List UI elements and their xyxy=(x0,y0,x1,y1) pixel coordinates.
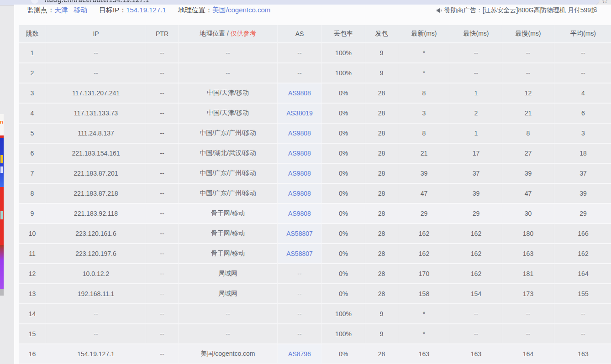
cell-as: -- xyxy=(278,304,322,324)
cell-ip: 111.24.8.137 xyxy=(46,124,146,144)
cell-last: 29 xyxy=(398,204,450,224)
cell-ptr: -- xyxy=(146,304,179,324)
cell-sent: 28 xyxy=(365,264,398,284)
cell-loss: 100% xyxy=(322,63,365,83)
as-link[interactable]: AS9808 xyxy=(288,150,311,157)
cell-best: -- xyxy=(450,43,502,63)
cell-hop: 10 xyxy=(19,224,46,244)
table-row: 7221.183.87.201--中国/广东/广州/移动AS98080%2839… xyxy=(19,164,611,184)
cell-ip: 223.120.161.6 xyxy=(46,224,146,244)
monitor-node-link[interactable]: 天津 xyxy=(54,6,68,14)
cell-geo: -- xyxy=(179,304,278,324)
cell-geo: 中国/天津/移动 xyxy=(179,104,278,124)
cell-ptr: -- xyxy=(146,104,179,124)
cell-loss: 0% xyxy=(322,204,365,224)
cell-as: AS58807 xyxy=(278,224,322,244)
cell-avg: 39 xyxy=(554,184,611,204)
cell-worst: -- xyxy=(502,304,554,324)
cell-loss: 100% xyxy=(322,304,365,324)
table-row: 11223.120.197.6--骨干网/移动AS588070%28162162… xyxy=(19,244,611,264)
cell-ip: 154.19.127.1 xyxy=(46,344,146,364)
cell-ptr: -- xyxy=(146,184,179,204)
sponsor-ad[interactable]: 赞助商广告：[江苏安全云]800G高防物理机 月付599起 xyxy=(436,6,597,15)
cell-ptr: -- xyxy=(146,324,179,344)
cell-loss: 0% xyxy=(322,164,365,184)
trace-table-body: 1--------100%9*------2--------100%9*----… xyxy=(19,43,611,364)
cell-as: -- xyxy=(278,324,322,344)
cell-loss: 0% xyxy=(322,104,365,124)
as-link[interactable]: AS9808 xyxy=(288,130,311,137)
cell-as: AS9808 xyxy=(278,204,322,224)
cell-best: 162 xyxy=(450,224,502,244)
sliver-cyan-chip xyxy=(0,211,3,219)
table-header-row: 跳数 IP PTR 地理位置 / 仅供参考 AS 丢包率 发包 最新(ms) 最… xyxy=(19,25,611,43)
cell-geo: 中国/天津/移动 xyxy=(179,83,278,104)
col-ptr: PTR xyxy=(146,25,179,43)
cell-worst: 39 xyxy=(502,164,554,184)
as-link[interactable]: AS8796 xyxy=(288,350,311,358)
cell-last: 3 xyxy=(398,104,450,124)
geo-value-link[interactable]: 美国/cogentco.com xyxy=(212,6,271,14)
target-ip-label: 目标IP： xyxy=(99,6,126,14)
cell-hop: 6 xyxy=(19,144,46,164)
cell-best: 162 xyxy=(450,264,502,284)
monitor-isp-link[interactable]: 移动 xyxy=(74,6,87,14)
cell-sent: 28 xyxy=(365,204,398,224)
sponsor-ad-text: 赞助商广告：[江苏安全云]800G高防物理机 月付599起 xyxy=(444,6,597,14)
cell-avg: 166 xyxy=(554,224,611,244)
as-link[interactable]: AS38019 xyxy=(286,109,313,117)
table-row: 15--------100%9*------ xyxy=(19,324,611,344)
cell-avg: 3 xyxy=(554,124,611,144)
cell-hop: 4 xyxy=(19,104,46,124)
cell-ip: 221.183.154.161 xyxy=(46,144,146,164)
cell-last: 8 xyxy=(398,124,450,144)
table-row: 9221.183.92.118--骨干网/移动AS98080%282929302… xyxy=(19,204,611,224)
col-sent: 发包 xyxy=(365,25,398,43)
as-link[interactable]: AS9808 xyxy=(288,210,311,217)
table-row: 8221.183.87.218--中国/广东/广州/移动AS98080%2847… xyxy=(19,184,611,204)
cell-loss: 100% xyxy=(322,324,365,344)
as-link[interactable]: AS58807 xyxy=(286,250,313,257)
cell-best: 17 xyxy=(450,144,502,164)
cell-avg: -- xyxy=(554,324,611,344)
cell-hop: 7 xyxy=(19,164,46,184)
cell-hop: 13 xyxy=(19,284,46,304)
cell-worst: 163 xyxy=(502,244,554,264)
cell-ptr: -- xyxy=(146,284,179,304)
cell-sent: 9 xyxy=(365,63,398,83)
megaphone-icon xyxy=(436,8,442,13)
cell-geo: 局域网 xyxy=(179,264,278,284)
cell-ip: 10.0.12.2 xyxy=(46,264,146,284)
cell-sent: 28 xyxy=(365,344,398,364)
result-summary: 监测点：天津移动目标IP：154.19.127.1地理位置：美国/cogentc… xyxy=(27,6,270,15)
cell-last: 162 xyxy=(398,244,450,264)
cell-hop: 5 xyxy=(19,124,46,144)
table-row: 6221.183.154.161--中国/湖北/武汉/移动AS98080%282… xyxy=(19,144,611,164)
cell-avg: 37 xyxy=(554,164,611,184)
cell-as: AS9808 xyxy=(278,184,322,204)
cell-ptr: -- xyxy=(146,144,179,164)
cell-ip: -- xyxy=(46,324,146,344)
cell-sent: 28 xyxy=(365,244,398,264)
as-link[interactable]: AS9808 xyxy=(288,170,311,177)
cell-last: * xyxy=(398,63,450,83)
col-ip: IP xyxy=(46,25,146,43)
target-ip-link[interactable]: 154.19.127.1 xyxy=(126,6,166,14)
cell-ip: 221.183.87.218 xyxy=(46,184,146,204)
cell-ptr: -- xyxy=(146,63,179,83)
as-link[interactable]: AS9808 xyxy=(288,89,311,97)
cell-as: AS8796 xyxy=(278,344,322,364)
cell-best: 29 xyxy=(450,204,502,224)
cell-as: AS9808 xyxy=(278,124,322,144)
cell-geo: -- xyxy=(179,63,278,83)
cell-worst: -- xyxy=(502,63,554,83)
cell-sent: 28 xyxy=(365,164,398,184)
cell-ptr: -- xyxy=(146,204,179,224)
cell-sent: 28 xyxy=(365,184,398,204)
as-link[interactable]: AS9808 xyxy=(288,190,311,197)
cell-avg: 18 xyxy=(554,144,611,164)
cell-loss: 100% xyxy=(322,43,365,63)
cell-last: 158 xyxy=(398,284,450,304)
as-link[interactable]: AS58807 xyxy=(286,230,313,237)
cell-avg: 6 xyxy=(554,104,611,124)
